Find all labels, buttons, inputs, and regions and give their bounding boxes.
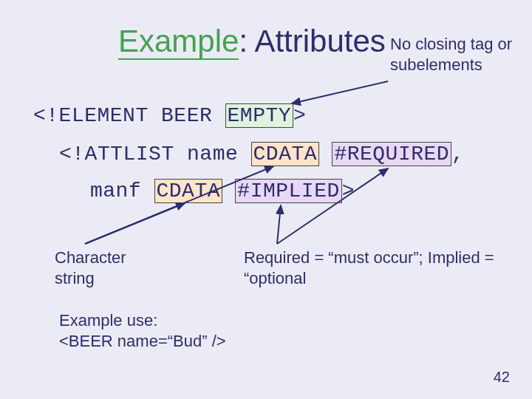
code-line-2: <!ATTLIST name CDATA #REQUIRED, bbox=[59, 142, 464, 166]
annotation-no-closing: No closing tag or subelements bbox=[390, 34, 516, 75]
keyword-required: #REQUIRED bbox=[332, 142, 451, 166]
code3-pre: manf bbox=[90, 180, 154, 202]
slide-title: Example: Attributes bbox=[118, 24, 386, 59]
title-rest: : Attributes bbox=[239, 24, 385, 58]
code2-mid bbox=[319, 143, 332, 166]
svg-line-0 bbox=[292, 81, 388, 103]
annotation-required-implied: Required = “must occur”; Implied = “opti… bbox=[244, 248, 495, 288]
code2-pre: <!ATTLIST name bbox=[59, 143, 251, 166]
code3-post: > bbox=[342, 180, 355, 202]
example-use-label: Example use: bbox=[59, 310, 226, 331]
annotation-character-string: Character string bbox=[55, 248, 158, 288]
svg-line-1 bbox=[85, 166, 273, 244]
code-line-1: <!ELEMENT BEER EMPTY> bbox=[33, 103, 306, 128]
code1-post: > bbox=[293, 104, 306, 127]
keyword-implied: #IMPLIED bbox=[235, 179, 341, 203]
svg-line-2 bbox=[85, 203, 185, 244]
example-use-block: Example use: <BEER name=“Bud” /> bbox=[59, 310, 226, 351]
code1-pre: <!ELEMENT BEER bbox=[33, 104, 225, 127]
keyword-empty: EMPTY bbox=[225, 103, 294, 128]
page-number: 42 bbox=[494, 369, 510, 386]
code-line-3: manf CDATA #IMPLIED> bbox=[90, 179, 355, 203]
keyword-cdata-2: CDATA bbox=[154, 179, 223, 203]
keyword-cdata-1: CDATA bbox=[251, 142, 320, 166]
code2-post: , bbox=[451, 143, 464, 166]
code3-mid bbox=[222, 180, 235, 202]
svg-line-4 bbox=[277, 205, 281, 244]
title-accent: Example bbox=[118, 24, 239, 60]
example-use-text: <BEER name=“Bud” /> bbox=[59, 331, 226, 352]
